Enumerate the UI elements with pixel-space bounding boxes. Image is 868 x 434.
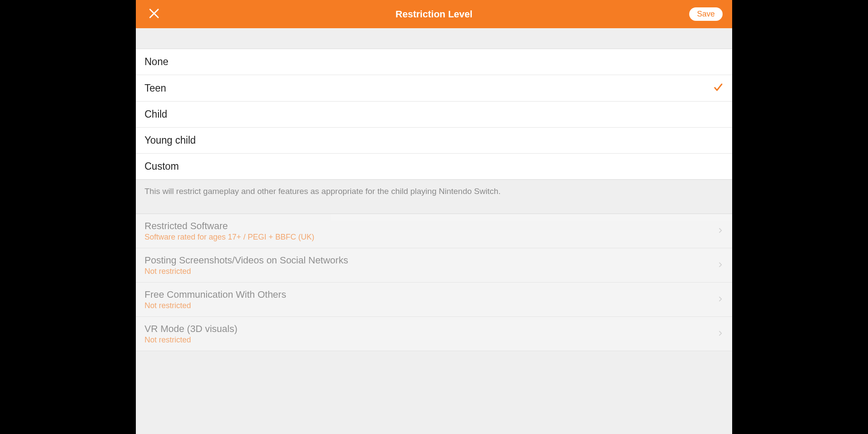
- level-option-child[interactable]: Child: [136, 102, 732, 128]
- setting-text: Free Communication With Others Not restr…: [145, 289, 286, 310]
- setting-subtitle: Not restricted: [145, 267, 348, 276]
- save-button[interactable]: Save: [689, 7, 723, 21]
- level-option-teen[interactable]: Teen: [136, 75, 732, 102]
- chevron-right-icon: [717, 262, 723, 270]
- settings-list: Restricted Software Software rated for a…: [136, 214, 732, 351]
- level-label: None: [145, 56, 168, 68]
- setting-posting-screenshots[interactable]: Posting Screenshots/Videos on Social Net…: [136, 248, 732, 283]
- setting-free-communication[interactable]: Free Communication With Others Not restr…: [136, 283, 732, 317]
- chevron-right-icon: [717, 227, 723, 235]
- level-label: Teen: [145, 82, 166, 94]
- setting-text: Posting Screenshots/Videos on Social Net…: [145, 255, 348, 276]
- close-button[interactable]: [145, 6, 163, 23]
- setting-restricted-software[interactable]: Restricted Software Software rated for a…: [136, 214, 732, 248]
- setting-subtitle: Not restricted: [145, 335, 237, 345]
- setting-text: Restricted Software Software rated for a…: [145, 220, 314, 242]
- setting-subtitle: Software rated for ages 17+ / PEGI + BBF…: [145, 233, 314, 242]
- setting-title: VR Mode (3D visuals): [145, 323, 237, 335]
- page-title: Restriction Level: [395, 9, 472, 20]
- restriction-description: This will restrict gameplay and other fe…: [136, 180, 732, 214]
- level-label: Child: [145, 108, 167, 120]
- chevron-right-icon: [717, 296, 723, 304]
- level-option-young-child[interactable]: Young child: [136, 128, 732, 154]
- level-option-none[interactable]: None: [136, 49, 732, 75]
- level-label: Young child: [145, 135, 196, 146]
- setting-title: Restricted Software: [145, 220, 314, 232]
- close-icon: [148, 7, 160, 21]
- app-frame: Restriction Level Save None Teen Child Y…: [136, 0, 732, 434]
- level-label: Custom: [145, 161, 179, 172]
- restriction-level-list: None Teen Child Young child Custom: [136, 49, 732, 180]
- header-bar: Restriction Level Save: [136, 0, 732, 28]
- section-spacer: [136, 28, 732, 49]
- setting-title: Free Communication With Others: [145, 289, 286, 300]
- setting-subtitle: Not restricted: [145, 301, 286, 310]
- setting-vr-mode[interactable]: VR Mode (3D visuals) Not restricted: [136, 317, 732, 351]
- setting-title: Posting Screenshots/Videos on Social Net…: [145, 255, 348, 266]
- level-option-custom[interactable]: Custom: [136, 154, 732, 180]
- setting-text: VR Mode (3D visuals) Not restricted: [145, 323, 237, 345]
- checkmark-icon: [713, 82, 723, 94]
- chevron-right-icon: [717, 330, 723, 338]
